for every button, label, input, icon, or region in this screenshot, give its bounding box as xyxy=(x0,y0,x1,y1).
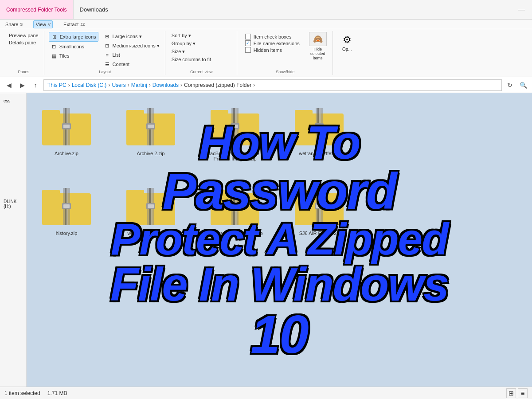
small-grid-icon: ⊡ xyxy=(51,43,58,50)
file-item-archive[interactable]: Archive.zip xyxy=(31,102,102,164)
svg-rect-34 xyxy=(63,204,70,208)
file-item-sj6[interactable]: SJ6 AIR FW 12.28 xyxy=(284,182,355,239)
view-list-btn[interactable]: ≡ xyxy=(518,388,528,398)
svg-rect-20 xyxy=(232,125,238,128)
size-btn[interactable]: Size ▾ xyxy=(170,48,213,55)
svg-rect-43 xyxy=(211,190,228,197)
search-button[interactable]: 🔍 xyxy=(518,80,528,90)
file-item-archive2[interactable]: Archive 2.zip xyxy=(115,102,186,164)
ribbon-current-view-group: Sort by ▾ Group by ▾ Size ▾ Size columns… xyxy=(166,31,237,75)
zip-folder-svg xyxy=(40,105,93,149)
zip-folder-svg-2 xyxy=(124,105,177,149)
bc-martinj[interactable]: Martinj xyxy=(131,82,147,88)
ribbon-tab-view[interactable]: View V xyxy=(33,20,53,28)
file-name-extensions-item: File name extensions xyxy=(245,40,300,46)
zip-folder-svg-4 xyxy=(293,105,346,149)
preview-pane-btn[interactable]: Preview pane xyxy=(7,32,40,39)
zip-folder-svg-7 xyxy=(208,184,262,229)
zip-folder-svg-5 xyxy=(40,184,93,229)
svg-rect-29 xyxy=(42,190,60,197)
file-name-wetransfer2: wetransfer-bcefb7.zip xyxy=(127,231,174,236)
large-icons-btn[interactable]: ⊟ Large icons ▾ xyxy=(102,32,161,41)
main-area: ess DLINK (H:) xyxy=(0,93,532,387)
sidebar-item-ess[interactable]: ess xyxy=(2,97,24,105)
file-row-2: history.zip wetransfer-bcefb7.zip xyxy=(31,182,528,239)
status-item-count: 1 item selected xyxy=(4,390,40,396)
file-item-spacesniffer[interactable]: spacesniffer_1_3_0_2.zip xyxy=(200,182,270,239)
bc-local-disk[interactable]: Local Disk (C:) xyxy=(72,82,107,88)
item-check-boxes-item: Item check boxes xyxy=(245,34,300,39)
svg-rect-6 xyxy=(63,125,70,128)
tab-downloads-label: Downloads xyxy=(80,6,108,13)
file-name-wetransfer1: wetransfer-2ffef1... xyxy=(299,151,340,156)
svg-rect-22 xyxy=(295,110,313,117)
file-name-extensions-checkbox[interactable] xyxy=(245,40,251,46)
view-large-btn[interactable]: ⊞ xyxy=(506,388,516,398)
forward-button[interactable]: ▶ xyxy=(17,80,27,90)
refresh-button[interactable]: ↻ xyxy=(505,80,515,90)
title-bar: Compressed Folder Tools Downloads — xyxy=(0,0,532,20)
file-item-wetransfer2[interactable]: wetransfer-bcefb7.zip xyxy=(115,182,186,239)
ribbon-tab-share[interactable]: Share S xyxy=(4,21,24,28)
content-btn[interactable]: ☰ Content xyxy=(102,60,161,69)
tab-downloads[interactable]: Downloads xyxy=(74,0,114,19)
small-icons-btn[interactable]: ⊡ Small icons xyxy=(49,42,98,51)
file-name-spacesniffer: spacesniffer_1_3_0_2.zip xyxy=(207,231,262,236)
bc-this-pc[interactable]: This PC xyxy=(47,82,66,88)
tab-compressed-folder-tools[interactable]: Compressed Folder Tools xyxy=(0,0,74,19)
tiles-btn[interactable]: ▦ Tiles xyxy=(49,51,98,60)
extra-large-icons-btn[interactable]: ⊞ Extra large icons xyxy=(49,32,98,42)
svg-rect-50 xyxy=(295,190,313,197)
list-btn[interactable]: ≡ List xyxy=(102,51,161,59)
options-icon: ⚙ xyxy=(341,34,353,46)
svg-rect-13 xyxy=(148,125,154,128)
svg-rect-36 xyxy=(126,190,144,197)
sidebar: ess DLINK (H:) xyxy=(0,93,27,387)
file-item-history[interactable]: history.zip xyxy=(31,182,102,239)
sort-by-btn[interactable]: Sort by ▾ xyxy=(170,32,213,39)
file-name-macbook: MacBook Pro Showcase & Product Images .z… xyxy=(204,151,266,161)
hide-selected-icon[interactable]: 🙈 xyxy=(309,32,327,46)
showhide-checkboxes: Item check boxes File name extensions Hi… xyxy=(242,32,303,55)
bc-downloads[interactable]: Downloads xyxy=(153,82,179,88)
breadcrumb[interactable]: This PC › Local Disk (C:) › Users › Mart… xyxy=(43,79,502,91)
file-name-archive: Archive.zip xyxy=(55,151,78,156)
medium-icons-btn[interactable]: ⊞ Medium-sized icons ▾ xyxy=(102,41,161,50)
svg-rect-41 xyxy=(148,204,154,208)
ribbon-tabs: Share S View V Extract JZ xyxy=(0,20,532,29)
size-columns-btn[interactable]: Size columns to fit xyxy=(170,56,213,63)
tab-compressed-label: Compressed Folder Tools xyxy=(6,7,67,13)
up-button[interactable]: ↑ xyxy=(30,80,41,90)
file-item-macbook[interactable]: MacBook Pro Showcase & Product Images .z… xyxy=(200,102,270,164)
bc-compressed[interactable]: Compressed (zipped) Folder xyxy=(184,82,251,88)
svg-rect-48 xyxy=(232,204,238,208)
minimize-button[interactable]: — xyxy=(511,0,532,19)
hide-selected-label: Hide selected items xyxy=(307,47,329,60)
ribbon-panes-group: Preview pane Details pane Panes xyxy=(4,31,44,75)
file-item-wetransfer1[interactable]: wetransfer-2ffef1... xyxy=(284,102,355,164)
content-icon: ☰ xyxy=(104,61,111,68)
file-name-history: history.zip xyxy=(56,231,78,236)
large-grid-icon: ⊟ xyxy=(104,33,111,40)
bc-users[interactable]: Users xyxy=(112,82,125,88)
address-bar: ◀ ▶ ↑ This PC › Local Disk (C:) › Users … xyxy=(0,77,532,93)
file-name-sj6: SJ6 AIR FW 12.28 xyxy=(299,231,339,236)
ribbon-showhide-group: Item check boxes File name extensions Hi… xyxy=(238,31,333,75)
group-by-btn[interactable]: Group by ▾ xyxy=(170,40,213,47)
item-check-boxes-checkbox[interactable] xyxy=(245,34,251,39)
svg-rect-15 xyxy=(211,110,228,117)
file-row-1: Archive.zip Archive 2.zip xyxy=(31,102,528,164)
svg-rect-55 xyxy=(316,204,322,208)
options-btn[interactable]: ⚙ Op... xyxy=(337,32,357,54)
status-size: 1.71 MB xyxy=(47,390,67,396)
file-area: Archive.zip Archive 2.zip xyxy=(27,93,532,387)
tiles-icon: ▦ xyxy=(51,52,58,59)
ribbon-body: Preview pane Details pane Panes ⊞ Extra … xyxy=(0,29,532,77)
details-pane-btn[interactable]: Details pane xyxy=(7,39,38,46)
ribbon-tab-extract[interactable]: Extract JZ xyxy=(62,21,86,28)
svg-rect-8 xyxy=(126,110,144,117)
hidden-items-checkbox[interactable] xyxy=(245,47,251,53)
back-button[interactable]: ◀ xyxy=(4,80,14,90)
sidebar-item-dlink[interactable]: DLINK (H:) xyxy=(2,197,24,211)
zip-folder-svg-3 xyxy=(208,105,262,149)
